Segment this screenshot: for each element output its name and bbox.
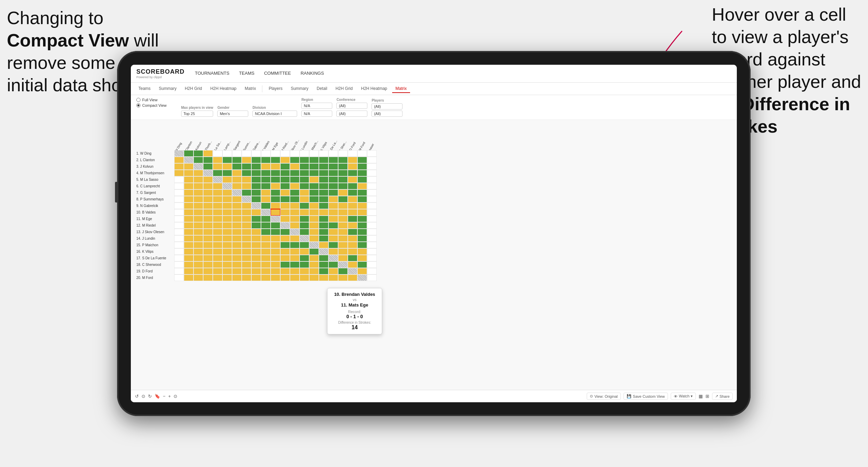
region-select-1[interactable]: N/A (301, 103, 332, 109)
tab-h2h-grid-1[interactable]: H2H Grid (181, 85, 206, 93)
cell-16-5[interactable] (213, 248, 222, 255)
cell-5-4[interactable] (203, 176, 213, 183)
cell-3-21[interactable] (367, 163, 377, 170)
cell-20-5[interactable] (213, 274, 222, 281)
cell-5-18[interactable] (338, 176, 348, 183)
cell-12-1[interactable] (174, 222, 184, 229)
clock-icon[interactable]: ⊙ (174, 394, 177, 399)
cell-14-7[interactable] (232, 235, 242, 242)
cell-19-11[interactable] (271, 268, 280, 274)
cell-1-12[interactable] (280, 150, 290, 157)
cell-2-21[interactable] (367, 157, 377, 163)
compact-view-radio[interactable]: Compact View (136, 103, 174, 107)
cell-13-13[interactable] (290, 229, 300, 235)
cell-15-17[interactable] (328, 242, 338, 248)
cell-9-1[interactable] (174, 203, 184, 209)
cell-7-15[interactable] (309, 189, 319, 196)
cell-6-6[interactable] (222, 183, 232, 189)
cell-8-8[interactable] (242, 196, 251, 203)
cell-14-2[interactable] (184, 235, 194, 242)
cell-14-12[interactable] (280, 235, 290, 242)
cell-5-15[interactable] (309, 176, 319, 183)
cell-10-11[interactable] (271, 209, 280, 216)
cell-13-8[interactable] (242, 229, 251, 235)
cell-7-12[interactable] (280, 189, 290, 196)
cell-9-13[interactable] (290, 203, 300, 209)
cell-20-20[interactable] (357, 274, 367, 281)
cell-5-19[interactable] (348, 176, 357, 183)
cell-1-21[interactable] (367, 150, 377, 157)
cell-5-16[interactable] (319, 176, 328, 183)
cell-12-13[interactable] (290, 222, 300, 229)
cell-19-13[interactable] (290, 268, 300, 274)
cell-3-4[interactable] (203, 163, 213, 170)
cell-20-21[interactable] (367, 274, 377, 281)
cell-5-1[interactable] (174, 176, 184, 183)
cell-12-7[interactable] (232, 222, 242, 229)
nav-tournaments[interactable]: TOURNAMENTS (195, 69, 229, 78)
cell-7-9[interactable] (251, 189, 261, 196)
cell-14-19[interactable] (348, 235, 357, 242)
cell-16-7[interactable] (232, 248, 242, 255)
cell-4-1[interactable] (174, 170, 184, 176)
cell-10-21[interactable] (367, 209, 377, 216)
cell-2-10[interactable] (261, 157, 271, 163)
cell-12-8[interactable] (242, 222, 251, 229)
cell-17-8[interactable] (242, 255, 251, 261)
cell-10-16[interactable] (319, 209, 328, 216)
cell-6-4[interactable] (203, 183, 213, 189)
undo-icon[interactable]: ↺ (135, 394, 139, 399)
cell-6-5[interactable] (213, 183, 222, 189)
cell-13-9[interactable] (251, 229, 261, 235)
cell-13-15[interactable] (309, 229, 319, 235)
cell-8-9[interactable] (251, 196, 261, 203)
cell-4-5[interactable] (213, 170, 222, 176)
cell-20-9[interactable] (251, 274, 261, 281)
cell-18-16[interactable] (319, 261, 328, 268)
cell-16-13[interactable] (290, 248, 300, 255)
cell-15-2[interactable] (184, 242, 194, 248)
cell-1-15[interactable] (309, 150, 319, 157)
cell-4-6[interactable] (222, 170, 232, 176)
cell-1-7[interactable] (232, 150, 242, 157)
cell-14-18[interactable] (338, 235, 348, 242)
cell-9-17[interactable] (328, 203, 338, 209)
cell-16-21[interactable] (367, 248, 377, 255)
tab-teams[interactable]: Teams (135, 85, 154, 93)
cell-20-1[interactable] (174, 274, 184, 281)
cell-8-19[interactable] (348, 196, 357, 203)
cell-11-7[interactable] (232, 216, 242, 222)
cell-17-15[interactable] (309, 255, 319, 261)
cell-17-11[interactable] (271, 255, 280, 261)
cell-3-19[interactable] (348, 163, 357, 170)
full-view-radio[interactable]: Full View (136, 98, 174, 102)
cell-3-8[interactable] (242, 163, 251, 170)
cell-8-3[interactable] (194, 196, 203, 203)
cell-9-12[interactable] (280, 203, 290, 209)
cell-4-11[interactable] (271, 170, 280, 176)
cell-7-13[interactable] (290, 189, 300, 196)
cell-12-20[interactable] (357, 222, 367, 229)
cell-3-11[interactable] (271, 163, 280, 170)
cell-13-20[interactable] (357, 229, 367, 235)
cell-11-5[interactable] (213, 216, 222, 222)
cell-18-15[interactable] (309, 261, 319, 268)
cell-5-9[interactable] (251, 176, 261, 183)
cell-9-16[interactable] (319, 203, 328, 209)
cell-7-21[interactable] (367, 189, 377, 196)
cell-6-8[interactable] (242, 183, 251, 189)
cell-12-5[interactable] (213, 222, 222, 229)
cell-4-18[interactable] (338, 170, 348, 176)
cell-2-17[interactable] (328, 157, 338, 163)
cell-16-12[interactable] (280, 248, 290, 255)
cell-14-17[interactable] (328, 235, 338, 242)
cell-19-1[interactable] (174, 268, 184, 274)
cell-5-17[interactable] (328, 176, 338, 183)
cell-13-19[interactable] (348, 229, 357, 235)
cell-15-3[interactable] (194, 242, 203, 248)
cell-4-7[interactable] (232, 170, 242, 176)
cell-18-13[interactable] (290, 261, 300, 268)
cell-9-11[interactable] (271, 203, 280, 209)
cell-15-8[interactable] (242, 242, 251, 248)
cell-7-2[interactable] (184, 189, 194, 196)
